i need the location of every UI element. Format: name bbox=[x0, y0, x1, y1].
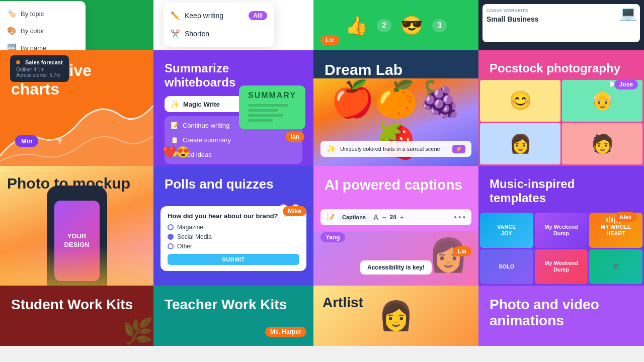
interactive-charts-card: Interactive charts Sales forecast Online… bbox=[0, 50, 153, 166]
option-other-label: Other bbox=[177, 243, 192, 250]
small-biz-canva-label: Canva WorkKits bbox=[487, 8, 636, 13]
photo-video-card: Photo and video animations bbox=[478, 286, 644, 346]
reaction-count-3: 3 bbox=[432, 19, 447, 32]
main-grid: 🏷️ By topic 🎨 By color 🔤 By name ✏️ Keep… bbox=[0, 0, 644, 362]
alex-badge: Alex bbox=[614, 212, 637, 222]
music-card-1: VANCEJOY bbox=[480, 213, 533, 248]
summary-icon: 📋 bbox=[171, 136, 179, 144]
keep-writing-label: Keep writing bbox=[185, 12, 223, 20]
tooltip-label: Sales forecast bbox=[25, 59, 63, 65]
polls-card: Polls and quizzes 👀 How did you hear abo… bbox=[153, 166, 313, 286]
thumbsup-emoji: 👍 bbox=[345, 15, 368, 36]
student-kits-title: Student Work Kits bbox=[11, 297, 142, 313]
photo-video-title: Photo and video animations bbox=[490, 297, 633, 329]
jose-badge: Jose bbox=[614, 79, 638, 89]
sunglasses-emoji: 😎 bbox=[400, 15, 423, 36]
continue-label: Continue writing bbox=[183, 122, 229, 129]
summarize-card: Summarize whiteboards ✨ Magic Write • • … bbox=[153, 50, 313, 166]
minus-icon[interactable]: − bbox=[382, 213, 386, 221]
mike-badge: Mike bbox=[283, 206, 306, 216]
caption-bubble: Accessibility is key! bbox=[360, 260, 432, 275]
shorten-item[interactable]: ✂️ Shorten bbox=[164, 25, 274, 43]
font-a-icon: A bbox=[373, 213, 378, 221]
ai-captions-title: AI powered captions bbox=[325, 177, 467, 193]
ai-captions-card: AI powered captions 📝 Captions A − 24 + … bbox=[313, 166, 478, 286]
dream-lab-card: Dream Lab 🍎🍊🍇🍓 ✨ Uniquely colored fruits… bbox=[313, 50, 478, 166]
by-name-label: By name bbox=[21, 44, 46, 51]
yang-badge: Yang bbox=[320, 232, 345, 242]
small-business-card: Canva WorkKits Small Business 💻 bbox=[478, 0, 644, 50]
keep-writing-dropdown: ✏️ Keep writing Alli ✂️ Shorten bbox=[164, 3, 274, 47]
option-social-label: Social Media bbox=[177, 233, 212, 240]
prompt-text: Uniquely colored fruits in a surreal sce… bbox=[340, 146, 440, 152]
music-templates-title: Music-inspired templates bbox=[490, 177, 633, 205]
plus-icon[interactable]: + bbox=[400, 213, 404, 221]
magic-write-label: Magic Write bbox=[183, 101, 220, 108]
font-size-display: 24 bbox=[389, 214, 396, 221]
pocstock-photo-1: 😊 bbox=[480, 80, 560, 122]
sparkle-icon: ✨ bbox=[327, 144, 336, 153]
radio-magazine bbox=[168, 224, 174, 230]
dream-lab-prompt[interactable]: ✨ Uniquely colored fruits in a surreal s… bbox=[320, 141, 471, 157]
option-magazine: Magazine bbox=[168, 224, 299, 231]
keep-writing-card: ✏️ Keep writing Alli ✂️ Shorten bbox=[153, 0, 313, 50]
ian-badge: Ian bbox=[286, 132, 304, 142]
by-topic-label: By topic bbox=[21, 10, 44, 18]
by-color-item[interactable]: 🎨 By color bbox=[0, 22, 86, 39]
music-card-4: SOLO bbox=[480, 249, 533, 285]
by-menu-dropdown[interactable]: 🏷️ By topic 🎨 By color 🔤 By name bbox=[0, 1, 86, 50]
generate-btn[interactable]: ⚡ bbox=[452, 145, 465, 153]
shorten-label: Shorten bbox=[185, 30, 209, 38]
artlist-card: 👩 Artlist bbox=[313, 286, 478, 346]
photo-mockup-card: Photo to mockup YOURDESIGN bbox=[0, 166, 153, 286]
cursor-icon: ▼ bbox=[55, 136, 64, 147]
radio-social bbox=[168, 234, 174, 240]
pocstock-card: Pocstock photography 😊 👴 👩 🧑 Jose ▶ bbox=[478, 50, 644, 166]
scissors-icon: ✂️ bbox=[171, 29, 180, 38]
summary-text: SUMMARY bbox=[248, 90, 296, 101]
music-templates-card: Music-inspired templates VANCEJOY My Wee… bbox=[478, 166, 644, 286]
alli-badge: Alli bbox=[249, 11, 267, 20]
pocstock-title: Pocstock photography bbox=[490, 61, 633, 75]
keep-writing-item[interactable]: ✏️ Keep writing Alli bbox=[164, 7, 274, 25]
music-card-6: 🎵 bbox=[589, 249, 642, 285]
tooltip-dot bbox=[16, 60, 20, 64]
pocstock-photo-3: 👩 bbox=[480, 123, 560, 165]
polls-title: Polls and quizzes bbox=[165, 177, 302, 192]
captions-toolbar: 📝 Captions A − 24 + • • • bbox=[320, 209, 471, 225]
tooltip-online: Online: 4.1m bbox=[16, 67, 63, 72]
magic-write-icon: ✨ bbox=[171, 100, 179, 108]
summarize-title: Summarize whiteboards bbox=[165, 61, 302, 89]
polls-question: How did you hear about our brand? bbox=[168, 212, 299, 220]
liz-badge: Liz bbox=[320, 35, 339, 45]
music-card-5: My Weekend Dump bbox=[535, 249, 588, 285]
by-topic-item[interactable]: 🏷️ By topic bbox=[0, 5, 86, 22]
pencil-icon: ✏️ bbox=[171, 11, 180, 20]
captions-label[interactable]: Captions bbox=[338, 213, 370, 222]
create-summary-item[interactable]: 📋 Create summary bbox=[165, 133, 302, 147]
more-icon[interactable]: • • • bbox=[454, 213, 465, 221]
photo-mockup-title: Photo to mockup bbox=[7, 175, 130, 193]
option-magazine-label: Magazine bbox=[177, 224, 203, 231]
teacher-kits-card: Teacher Work Kits Ms. Harper bbox=[153, 286, 313, 346]
polls-question-box: How did you hear about our brand? Magazi… bbox=[160, 206, 306, 271]
artlist-title: Artlist bbox=[323, 295, 363, 311]
option-other: Other bbox=[168, 243, 299, 250]
small-biz-preview: Canva WorkKits Small Business bbox=[482, 4, 640, 42]
summary-block: SUMMARY bbox=[239, 85, 305, 129]
music-card-2: My Weekend Dump bbox=[535, 213, 588, 248]
pocstock-photo-4: 🧑 bbox=[562, 123, 642, 165]
arrow-polls-icon: ◀ bbox=[294, 236, 301, 247]
teacher-badge: Ms. Harper bbox=[265, 327, 306, 337]
laptop-emoji: 💻 bbox=[619, 5, 637, 22]
emoji-reactions: ❤️😍 bbox=[163, 146, 190, 159]
captions-icon: 📝 bbox=[327, 214, 335, 221]
topic-icon: 🏷️ bbox=[7, 9, 17, 18]
small-biz-heading: Small Business bbox=[487, 15, 636, 23]
lia-badge: Lia bbox=[453, 246, 471, 256]
by-name-item[interactable]: 🔤 By name bbox=[0, 39, 86, 50]
name-icon: 🔤 bbox=[7, 43, 17, 50]
submit-button[interactable]: SUBMIT bbox=[168, 254, 299, 265]
min-badge: Min bbox=[15, 135, 38, 147]
teacher-kits-title: Teacher Work Kits bbox=[165, 297, 302, 313]
